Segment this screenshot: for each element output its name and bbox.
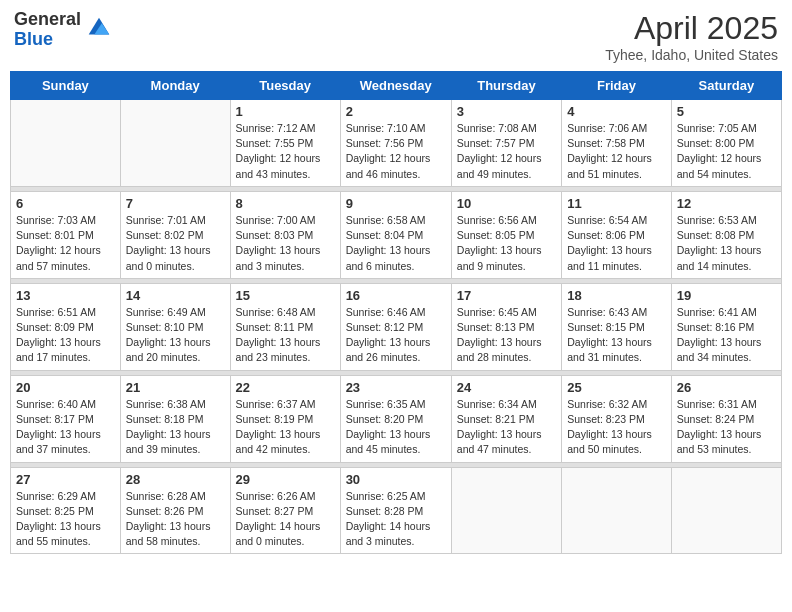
day-number: 1	[236, 104, 335, 119]
day-number: 13	[16, 288, 115, 303]
calendar-cell: 25Sunrise: 6:32 AM Sunset: 8:23 PM Dayli…	[562, 375, 672, 462]
calendar-week-row: 13Sunrise: 6:51 AM Sunset: 8:09 PM Dayli…	[11, 283, 782, 370]
calendar-cell: 10Sunrise: 6:56 AM Sunset: 8:05 PM Dayli…	[451, 191, 561, 278]
calendar-cell	[451, 467, 561, 554]
weekday-header-monday: Monday	[120, 72, 230, 100]
day-number: 18	[567, 288, 666, 303]
calendar-cell: 13Sunrise: 6:51 AM Sunset: 8:09 PM Dayli…	[11, 283, 121, 370]
weekday-header-thursday: Thursday	[451, 72, 561, 100]
day-number: 27	[16, 472, 115, 487]
day-number: 26	[677, 380, 776, 395]
month-title: April 2025	[605, 10, 778, 47]
day-number: 19	[677, 288, 776, 303]
day-number: 25	[567, 380, 666, 395]
calendar-cell	[562, 467, 672, 554]
logo: General Blue	[14, 10, 113, 50]
day-info: Sunrise: 6:51 AM Sunset: 8:09 PM Dayligh…	[16, 305, 115, 366]
weekday-header-sunday: Sunday	[11, 72, 121, 100]
day-number: 12	[677, 196, 776, 211]
day-info: Sunrise: 6:48 AM Sunset: 8:11 PM Dayligh…	[236, 305, 335, 366]
calendar-cell: 16Sunrise: 6:46 AM Sunset: 8:12 PM Dayli…	[340, 283, 451, 370]
calendar-cell: 21Sunrise: 6:38 AM Sunset: 8:18 PM Dayli…	[120, 375, 230, 462]
page-header: General Blue April 2025 Tyhee, Idaho, Un…	[10, 10, 782, 63]
day-info: Sunrise: 6:26 AM Sunset: 8:27 PM Dayligh…	[236, 489, 335, 550]
day-info: Sunrise: 6:31 AM Sunset: 8:24 PM Dayligh…	[677, 397, 776, 458]
day-number: 14	[126, 288, 225, 303]
day-info: Sunrise: 6:53 AM Sunset: 8:08 PM Dayligh…	[677, 213, 776, 274]
calendar-cell: 1Sunrise: 7:12 AM Sunset: 7:55 PM Daylig…	[230, 100, 340, 187]
calendar-cell: 9Sunrise: 6:58 AM Sunset: 8:04 PM Daylig…	[340, 191, 451, 278]
day-info: Sunrise: 6:49 AM Sunset: 8:10 PM Dayligh…	[126, 305, 225, 366]
calendar-cell: 27Sunrise: 6:29 AM Sunset: 8:25 PM Dayli…	[11, 467, 121, 554]
day-number: 15	[236, 288, 335, 303]
calendar-cell: 11Sunrise: 6:54 AM Sunset: 8:06 PM Dayli…	[562, 191, 672, 278]
day-info: Sunrise: 6:58 AM Sunset: 8:04 PM Dayligh…	[346, 213, 446, 274]
day-number: 29	[236, 472, 335, 487]
day-info: Sunrise: 6:46 AM Sunset: 8:12 PM Dayligh…	[346, 305, 446, 366]
weekday-header-wednesday: Wednesday	[340, 72, 451, 100]
calendar-cell: 30Sunrise: 6:25 AM Sunset: 8:28 PM Dayli…	[340, 467, 451, 554]
calendar-cell: 3Sunrise: 7:08 AM Sunset: 7:57 PM Daylig…	[451, 100, 561, 187]
calendar-cell: 29Sunrise: 6:26 AM Sunset: 8:27 PM Dayli…	[230, 467, 340, 554]
day-info: Sunrise: 6:38 AM Sunset: 8:18 PM Dayligh…	[126, 397, 225, 458]
day-info: Sunrise: 6:45 AM Sunset: 8:13 PM Dayligh…	[457, 305, 556, 366]
calendar-cell: 6Sunrise: 7:03 AM Sunset: 8:01 PM Daylig…	[11, 191, 121, 278]
day-number: 24	[457, 380, 556, 395]
day-info: Sunrise: 7:03 AM Sunset: 8:01 PM Dayligh…	[16, 213, 115, 274]
day-info: Sunrise: 6:32 AM Sunset: 8:23 PM Dayligh…	[567, 397, 666, 458]
calendar-cell: 14Sunrise: 6:49 AM Sunset: 8:10 PM Dayli…	[120, 283, 230, 370]
calendar-cell	[671, 467, 781, 554]
calendar-cell: 5Sunrise: 7:05 AM Sunset: 8:00 PM Daylig…	[671, 100, 781, 187]
calendar-cell: 12Sunrise: 6:53 AM Sunset: 8:08 PM Dayli…	[671, 191, 781, 278]
calendar-week-row: 1Sunrise: 7:12 AM Sunset: 7:55 PM Daylig…	[11, 100, 782, 187]
day-info: Sunrise: 7:06 AM Sunset: 7:58 PM Dayligh…	[567, 121, 666, 182]
day-number: 30	[346, 472, 446, 487]
day-number: 17	[457, 288, 556, 303]
day-number: 2	[346, 104, 446, 119]
calendar-cell: 23Sunrise: 6:35 AM Sunset: 8:20 PM Dayli…	[340, 375, 451, 462]
calendar-cell: 28Sunrise: 6:28 AM Sunset: 8:26 PM Dayli…	[120, 467, 230, 554]
weekday-header-friday: Friday	[562, 72, 672, 100]
day-info: Sunrise: 7:08 AM Sunset: 7:57 PM Dayligh…	[457, 121, 556, 182]
day-number: 6	[16, 196, 115, 211]
weekday-header-tuesday: Tuesday	[230, 72, 340, 100]
day-number: 3	[457, 104, 556, 119]
calendar-cell	[11, 100, 121, 187]
day-number: 11	[567, 196, 666, 211]
day-info: Sunrise: 6:28 AM Sunset: 8:26 PM Dayligh…	[126, 489, 225, 550]
day-number: 10	[457, 196, 556, 211]
day-info: Sunrise: 6:34 AM Sunset: 8:21 PM Dayligh…	[457, 397, 556, 458]
calendar-cell	[120, 100, 230, 187]
calendar-cell: 19Sunrise: 6:41 AM Sunset: 8:16 PM Dayli…	[671, 283, 781, 370]
logo-general: General	[14, 10, 81, 30]
calendar-week-row: 27Sunrise: 6:29 AM Sunset: 8:25 PM Dayli…	[11, 467, 782, 554]
calendar-cell: 18Sunrise: 6:43 AM Sunset: 8:15 PM Dayli…	[562, 283, 672, 370]
logo-blue: Blue	[14, 30, 81, 50]
day-number: 28	[126, 472, 225, 487]
day-info: Sunrise: 7:00 AM Sunset: 8:03 PM Dayligh…	[236, 213, 335, 274]
day-info: Sunrise: 6:41 AM Sunset: 8:16 PM Dayligh…	[677, 305, 776, 366]
day-number: 8	[236, 196, 335, 211]
calendar-cell: 8Sunrise: 7:00 AM Sunset: 8:03 PM Daylig…	[230, 191, 340, 278]
day-number: 9	[346, 196, 446, 211]
day-number: 7	[126, 196, 225, 211]
calendar-cell: 17Sunrise: 6:45 AM Sunset: 8:13 PM Dayli…	[451, 283, 561, 370]
calendar-cell: 24Sunrise: 6:34 AM Sunset: 8:21 PM Dayli…	[451, 375, 561, 462]
calendar-cell: 15Sunrise: 6:48 AM Sunset: 8:11 PM Dayli…	[230, 283, 340, 370]
day-info: Sunrise: 6:43 AM Sunset: 8:15 PM Dayligh…	[567, 305, 666, 366]
day-number: 16	[346, 288, 446, 303]
day-number: 4	[567, 104, 666, 119]
day-info: Sunrise: 6:25 AM Sunset: 8:28 PM Dayligh…	[346, 489, 446, 550]
day-info: Sunrise: 6:29 AM Sunset: 8:25 PM Dayligh…	[16, 489, 115, 550]
calendar-week-row: 6Sunrise: 7:03 AM Sunset: 8:01 PM Daylig…	[11, 191, 782, 278]
weekday-header-saturday: Saturday	[671, 72, 781, 100]
calendar-cell: 26Sunrise: 6:31 AM Sunset: 8:24 PM Dayli…	[671, 375, 781, 462]
day-info: Sunrise: 6:40 AM Sunset: 8:17 PM Dayligh…	[16, 397, 115, 458]
day-info: Sunrise: 7:05 AM Sunset: 8:00 PM Dayligh…	[677, 121, 776, 182]
day-number: 22	[236, 380, 335, 395]
day-info: Sunrise: 6:54 AM Sunset: 8:06 PM Dayligh…	[567, 213, 666, 274]
day-info: Sunrise: 7:01 AM Sunset: 8:02 PM Dayligh…	[126, 213, 225, 274]
title-block: April 2025 Tyhee, Idaho, United States	[605, 10, 778, 63]
day-info: Sunrise: 7:12 AM Sunset: 7:55 PM Dayligh…	[236, 121, 335, 182]
location: Tyhee, Idaho, United States	[605, 47, 778, 63]
